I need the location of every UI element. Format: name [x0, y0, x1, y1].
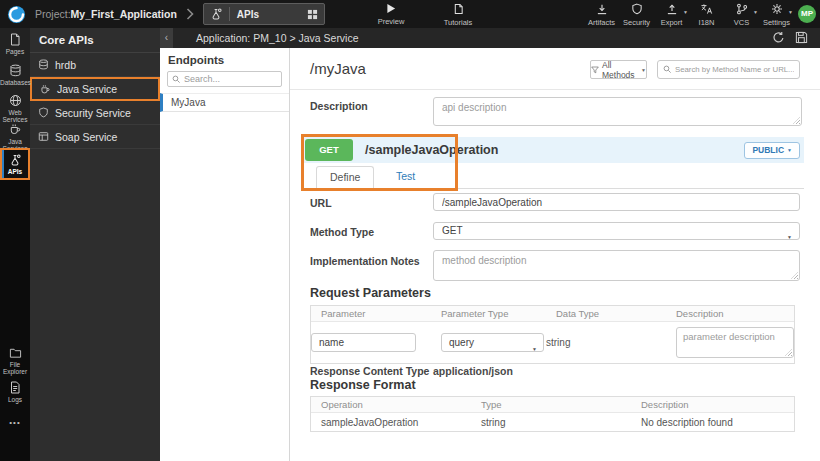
project-name: My_First_Application — [71, 8, 177, 20]
response-content-type-label: Response Content Type — [310, 365, 429, 377]
response-type: string — [471, 417, 631, 428]
response-content-type-value: application/json — [433, 365, 513, 377]
more-options-button[interactable]: ••• — [0, 418, 30, 427]
pages-label: Pages — [0, 48, 30, 55]
response-operation: sampleJavaOperation — [311, 417, 471, 428]
implementation-notes-wrap — [433, 250, 800, 281]
export-button[interactable]: ▼ Export — [656, 3, 687, 27]
application-breadcrumb-bar: ‹ Application: PM_10 > Java Service — [160, 28, 820, 48]
request-parameters-header: Parameter Parameter Type Data Type Descr… — [311, 306, 794, 322]
endpoints-search[interactable] — [167, 71, 282, 87]
request-parameters-table: Parameter Parameter Type Data Type Descr… — [310, 305, 795, 364]
branch-icon — [736, 3, 748, 15]
parameter-name-input[interactable] — [311, 333, 416, 352]
request-parameter-row: query ▼ string — [311, 322, 794, 363]
sidebar-item-apis[interactable]: APIs — [0, 148, 30, 180]
artifacts-label: Artifacts — [586, 18, 617, 27]
application-breadcrumb: Application: PM_10 > Java Service — [196, 28, 359, 48]
url-input[interactable] — [433, 193, 800, 211]
method-badge-get: GET — [305, 139, 353, 161]
save-icon[interactable] — [795, 31, 808, 44]
security-button[interactable]: Security — [621, 3, 652, 27]
tab-test[interactable]: Test — [386, 166, 425, 189]
core-api-item-soap-service[interactable]: Soap Service — [30, 125, 160, 149]
col-header-description: Description — [666, 308, 794, 319]
method-search-input[interactable] — [675, 65, 794, 74]
refresh-icon[interactable] — [772, 31, 785, 44]
caret-down-icon: ▼ — [753, 9, 758, 15]
description-label: Description — [310, 100, 368, 112]
method-search[interactable] — [657, 60, 800, 79]
caret-down-icon: ▼ — [683, 9, 688, 15]
wavemaker-logo-icon[interactable] — [7, 5, 26, 24]
export-label: Export — [656, 18, 687, 27]
core-api-item-label: Security Service — [55, 107, 131, 119]
url-label: URL — [310, 197, 430, 209]
icon-rail: Pages Databases Web Services Java Servic… — [0, 28, 30, 461]
data-type-value: string — [546, 337, 666, 348]
tab-apis[interactable]: APIs — [203, 3, 325, 25]
operation-tabs: Define Test — [303, 165, 804, 189]
avatar[interactable]: MP — [798, 5, 816, 23]
project-breadcrumb: Project:My_First_Application — [35, 8, 177, 20]
core-api-item-security-service[interactable]: Security Service — [30, 101, 160, 125]
i18n-label: I18N — [691, 18, 722, 27]
coffee-icon — [9, 123, 22, 136]
endpoint-item-myjava[interactable]: MyJava — [160, 93, 289, 112]
parameter-type-select[interactable]: query ▼ — [441, 333, 544, 352]
sidebar-item-databases[interactable]: Databases — [0, 64, 30, 86]
core-api-item-label: Soap Service — [55, 131, 117, 143]
method-type-select[interactable]: GET ▼ — [433, 222, 800, 240]
parameter-description-wrap — [676, 327, 794, 358]
core-api-item-hrdb[interactable]: hrdb — [30, 53, 160, 77]
translate-icon — [700, 3, 713, 15]
settings-button[interactable]: ▼ Settings — [761, 3, 792, 27]
visibility-dropdown[interactable]: PUBLIC ▼ — [744, 142, 800, 159]
i18n-button[interactable]: I18N — [691, 3, 722, 27]
operation-row[interactable]: GET /sampleJavaOperation PUBLIC ▼ — [303, 137, 804, 163]
tab-define[interactable]: Define — [316, 166, 374, 189]
pages-icon — [9, 33, 21, 46]
endpoints-search-input[interactable] — [184, 74, 277, 84]
preview-label: Preview — [368, 17, 414, 26]
endpoints-title: Endpoints — [160, 48, 289, 70]
implementation-notes-label: Implementation Notes — [310, 255, 430, 267]
sidebar-item-pages[interactable]: Pages — [0, 33, 30, 55]
col-header-type: Type — [471, 399, 631, 410]
databases-label: Databases — [0, 79, 30, 86]
parameter-type-value: query — [449, 337, 474, 348]
methods-filter-dropdown[interactable]: All Methods ▼ — [590, 60, 647, 79]
core-api-item-label: hrdb — [55, 59, 76, 71]
caret-down-icon: ▼ — [787, 147, 792, 153]
sidebar-item-web-services[interactable]: Web Services — [0, 94, 30, 123]
grid-icon[interactable] — [307, 9, 318, 20]
visibility-label: PUBLIC — [752, 145, 784, 155]
col-header-description: Description — [631, 399, 794, 410]
method-type-label: Method Type — [310, 226, 430, 238]
vcs-label: VCS — [726, 18, 757, 27]
caret-down-icon: ▼ — [787, 229, 792, 245]
collapse-panel-button[interactable]: ‹ — [160, 28, 173, 48]
core-api-item-java-service[interactable]: Java Service — [30, 77, 160, 101]
main-content: /myJava All Methods ▼ Description GET /s… — [290, 48, 820, 461]
funnel-icon — [591, 66, 599, 74]
tutorials-button[interactable]: Tutorials — [435, 3, 481, 27]
tutorials-icon — [453, 3, 464, 15]
description-textarea[interactable] — [433, 97, 802, 126]
col-header-data-type: Data Type — [546, 308, 666, 319]
search-icon — [172, 75, 181, 84]
shield-icon — [631, 3, 643, 15]
apis-label: APIs — [2, 168, 28, 175]
method-type-value: GET — [442, 225, 463, 236]
sidebar-item-file-explorer[interactable]: File Explorer — [0, 347, 30, 375]
response-format-header: Operation Type Description — [311, 397, 794, 413]
logs-label: Logs — [0, 396, 30, 403]
soap-icon — [38, 131, 49, 142]
col-header-parameter-type: Parameter Type — [431, 308, 546, 319]
parameter-description-textarea[interactable] — [676, 327, 794, 358]
implementation-notes-textarea[interactable] — [433, 250, 800, 281]
sidebar-item-logs[interactable]: Logs — [0, 381, 30, 403]
preview-button[interactable]: Preview — [368, 3, 414, 26]
vcs-button[interactable]: ▼ VCS — [726, 3, 757, 27]
artifacts-button[interactable]: Artifacts — [586, 3, 617, 27]
